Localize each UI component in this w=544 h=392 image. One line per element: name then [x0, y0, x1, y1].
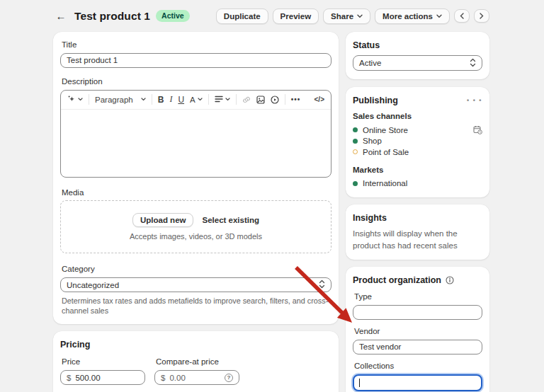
category-value: Uncategorized	[67, 281, 119, 289]
info-icon[interactable]	[446, 276, 454, 284]
status-badge: Active	[156, 10, 190, 23]
market-name: International	[363, 179, 407, 188]
toolbar-divider	[285, 94, 285, 105]
paragraph-style-dropdown[interactable]: Paragraph	[95, 96, 146, 104]
bold-button[interactable]: B	[158, 95, 164, 105]
share-label: Share	[331, 12, 353, 21]
preview-label: Preview	[280, 12, 311, 21]
upload-new-button[interactable]: Upload new	[132, 213, 194, 227]
header-actions: Duplicate Preview Share More actions	[216, 8, 489, 24]
description-label: Description	[62, 77, 332, 87]
product-detail-page: ← Test product 1 Active Duplicate Previe…	[0, 0, 544, 392]
channel-name: Point of Sale	[363, 148, 409, 156]
updown-chevron-icon	[319, 279, 325, 290]
text-color-button[interactable]: A	[190, 96, 203, 104]
image-icon	[256, 96, 265, 104]
product-organization-heading: Product organization	[353, 275, 441, 285]
play-circle-icon	[271, 96, 279, 104]
sales-channels-subheading: Sales channels	[353, 112, 482, 120]
prev-product-button[interactable]	[454, 9, 470, 23]
channel-name: Shop	[363, 137, 382, 145]
title-label: Title	[62, 40, 332, 50]
compare-at-price-value: 0.00	[169, 374, 185, 382]
status-card: Status Active	[346, 32, 489, 79]
category-select[interactable]: Uncategorized	[60, 277, 332, 292]
chevron-right-icon	[480, 13, 484, 19]
insights-card: Insights Insights will display when the …	[346, 204, 489, 260]
chevron-down-icon	[198, 98, 203, 101]
publishing-card: Publishing • • • Sales channels Online S…	[346, 87, 489, 197]
duplicate-label: Duplicate	[224, 12, 261, 21]
text-color-label: A	[190, 96, 196, 104]
market-row-international: International	[353, 178, 482, 190]
vendor-input[interactable]: Test vendor	[353, 340, 482, 354]
channel-row-point-of-sale: Point of Sale	[353, 146, 482, 158]
category-helper-text: Determines tax rates and adds metafields…	[62, 296, 332, 316]
active-dot-icon	[353, 139, 358, 144]
markets-subheading: Markets	[353, 166, 482, 174]
more-actions-button[interactable]: More actions	[375, 8, 450, 24]
toolbar-divider	[89, 94, 89, 105]
next-product-button[interactable]	[474, 9, 489, 23]
product-details-card: Title Test product 1 Description	[53, 32, 339, 324]
paragraph-label: Paragraph	[95, 96, 133, 104]
link-icon	[242, 96, 251, 104]
channel-row-shop: Shop	[353, 136, 482, 147]
status-value: Active	[359, 59, 381, 67]
italic-button[interactable]: I	[169, 94, 172, 105]
back-arrow-icon[interactable]: ←	[53, 8, 69, 24]
underline-button[interactable]: U	[178, 95, 184, 105]
select-existing-button[interactable]: Select existing	[202, 216, 259, 224]
more-formatting-button[interactable]: •••	[291, 96, 301, 103]
description-textarea[interactable]	[61, 110, 331, 178]
page-header: ← Test product 1 Active Duplicate Previe…	[53, 0, 489, 32]
chevron-down-icon	[357, 14, 363, 18]
media-label: Media	[62, 188, 332, 198]
text-cursor	[359, 379, 360, 387]
schedule-calendar-icon[interactable]	[473, 125, 482, 134]
price-input[interactable]: $ 500.00	[60, 370, 145, 385]
compare-at-price-input[interactable]: $ 0.00 ?	[154, 370, 239, 385]
price-value: 500.00	[75, 374, 100, 382]
price-label: Price	[62, 357, 145, 367]
active-dot-icon	[353, 127, 358, 132]
align-left-icon	[215, 96, 223, 104]
magic-ai-button[interactable]	[67, 95, 83, 105]
toolbar-divider	[236, 94, 237, 105]
chevron-down-icon	[225, 98, 230, 101]
toolbar-divider	[208, 94, 209, 105]
media-hint: Accepts images, videos, or 3D models	[130, 232, 262, 241]
type-input[interactable]	[353, 305, 482, 320]
pricing-heading: Pricing	[60, 340, 332, 350]
collections-input-focused[interactable]	[353, 374, 482, 391]
publishing-heading: Publishing	[353, 96, 398, 105]
chevron-left-icon	[460, 13, 464, 19]
more-actions-label: More actions	[382, 12, 433, 21]
inactive-dot-icon	[353, 149, 358, 154]
sparkle-icon	[67, 95, 76, 105]
status-select[interactable]: Active	[353, 55, 482, 71]
description-editor: Paragraph B I U A	[60, 90, 332, 178]
category-label: Category	[62, 265, 332, 275]
editor-toolbar: Paragraph B I U A	[61, 91, 331, 110]
share-button[interactable]: Share	[323, 8, 370, 24]
chevron-down-icon	[436, 14, 442, 18]
help-question-icon[interactable]: ?	[225, 374, 233, 382]
title-input[interactable]: Test product 1	[60, 53, 332, 68]
link-button[interactable]	[242, 96, 251, 104]
vendor-label: Vendor	[354, 327, 482, 337]
duplicate-button[interactable]: Duplicate	[216, 8, 268, 24]
insert-video-button[interactable]	[271, 96, 279, 104]
media-dropzone[interactable]: Upload new Select existing Accepts image…	[60, 200, 332, 253]
pricing-card: Pricing Price $ 500.00 Compare-at price	[53, 331, 339, 392]
status-heading: Status	[353, 40, 482, 50]
preview-button[interactable]: Preview	[273, 8, 319, 24]
alignment-button[interactable]	[215, 96, 230, 104]
chevron-down-icon	[141, 98, 146, 101]
collections-label: Collections	[354, 362, 482, 371]
insights-body-text: Insights will display when the product h…	[353, 228, 482, 251]
insert-image-button[interactable]	[256, 96, 265, 104]
more-horizontal-icon[interactable]: • • •	[467, 97, 482, 104]
show-html-button[interactable]: </>	[314, 96, 324, 103]
product-organization-card: Product organization Type Vendor Test ve…	[346, 267, 489, 392]
